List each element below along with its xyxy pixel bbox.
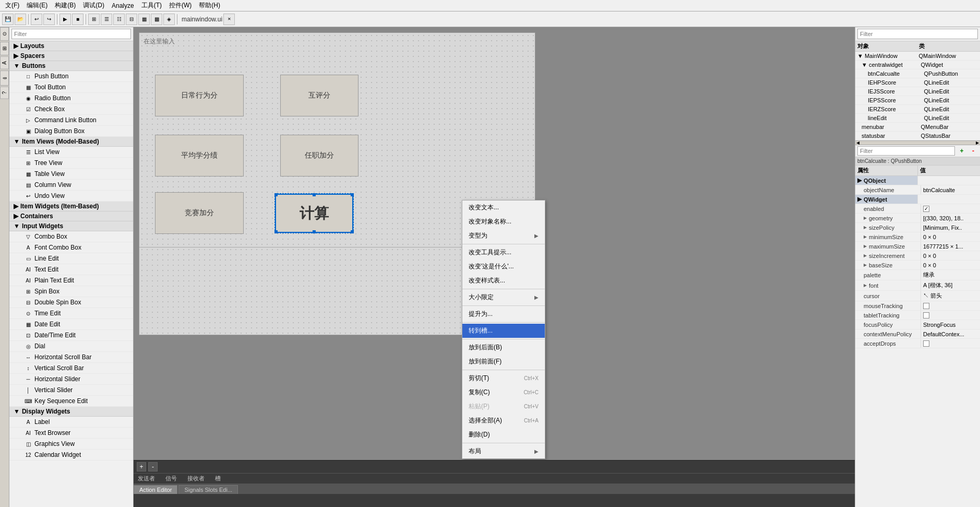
- right-filter-input[interactable]: [857, 29, 978, 39]
- prop-filter-input[interactable]: [857, 146, 955, 156]
- inspector-row-btn[interactable]: btnCalcualte QPushButton: [855, 69, 980, 78]
- prop-filter-minus[interactable]: -: [969, 146, 978, 156]
- prop-enabled-value[interactable]: ✓: [921, 204, 980, 213]
- menu-item-widgets[interactable]: 控件(W): [166, 0, 195, 11]
- widget-date-edit[interactable]: ▦ Date Edit: [9, 319, 133, 330]
- ctx-change-text[interactable]: 改变文本...: [462, 201, 545, 215]
- side-tab-2[interactable]: ⊞: [0, 42, 9, 55]
- widget-column-view[interactable]: ▤ Column View: [9, 180, 133, 191]
- group-buttons[interactable]: ▼ Buttons: [9, 61, 133, 71]
- prop-enabled[interactable]: enabled ✓: [855, 204, 980, 214]
- scroll-right[interactable]: ▶: [976, 140, 979, 145]
- toolbar-layout2-btn[interactable]: ☰: [101, 14, 112, 25]
- widget-dialog-button-box[interactable]: ▣ Dialog Button Box: [9, 126, 133, 137]
- ctx-whatsthis[interactable]: 改变'这是什么'...: [462, 260, 545, 274]
- widget-combo-box[interactable]: ▽ Combo Box: [9, 231, 133, 242]
- widget-time-edit[interactable]: ⊙ Time Edit: [9, 308, 133, 319]
- widget-push-button[interactable]: □ Push Button: [9, 71, 133, 82]
- prop-focuspolicy[interactable]: focusPolicy StrongFocus: [855, 320, 980, 329]
- mousetrack-checkbox[interactable]: [923, 303, 929, 309]
- widget-label[interactable]: A Label: [9, 417, 133, 428]
- group-spacers[interactable]: ▶ Spacers: [9, 51, 133, 61]
- prop-tablettrack-value[interactable]: [921, 311, 980, 320]
- toolbar-stop-btn[interactable]: ■: [72, 14, 83, 25]
- ctx-paste[interactable]: 粘贴(P) Ctrl+V: [462, 399, 545, 414]
- canvas-widget-w6[interactable]: 计算: [275, 194, 353, 233]
- menu-item-build[interactable]: 构建(B): [52, 0, 79, 11]
- widget-tree-view[interactable]: ⊞ Tree View: [9, 158, 133, 169]
- widget-list-view[interactable]: ☰ List View: [9, 147, 133, 158]
- toolbar-open-btn[interactable]: 📂: [15, 14, 26, 25]
- widget-undo-view[interactable]: ↩ Undo View: [9, 191, 133, 202]
- group-display-widgets[interactable]: ▼ Display Widgets: [9, 407, 133, 417]
- prop-sizepolicy[interactable]: ▶ sizePolicy [Minimum, Fix..: [855, 223, 980, 232]
- widget-datetime-edit[interactable]: ⊡ Date/Time Edit: [9, 330, 133, 341]
- ctx-size-limit[interactable]: 大小限定 ▶: [462, 290, 545, 304]
- group-containers[interactable]: ▶ Containers: [9, 211, 133, 221]
- toolbar-run-btn[interactable]: ▶: [59, 14, 71, 25]
- add-signal-btn[interactable]: +: [137, 462, 146, 471]
- widget-key-sequence[interactable]: ⌨ Key Sequence Edit: [9, 396, 133, 407]
- widget-horizontal-scroll[interactable]: ↔ Horizontal Scroll Bar: [9, 352, 133, 363]
- group-layouts[interactable]: ▶ Layouts: [9, 41, 133, 51]
- inspector-row-mainwindow[interactable]: ▼ MainWindow QMainWindow: [855, 52, 980, 61]
- canvas-widget-w5[interactable]: 竞赛加分: [155, 192, 244, 234]
- prop-tablettrack[interactable]: tabletTracking: [855, 311, 980, 320]
- prop-basesize[interactable]: ▶ baseSize 0 × 0: [855, 261, 980, 270]
- widget-calendar[interactable]: 12 Calendar Widget: [9, 450, 133, 461]
- tab-signals-slots[interactable]: Signals Slots Edi...: [178, 485, 238, 494]
- handle-bl[interactable]: [274, 230, 278, 233]
- prop-mousetrack-value[interactable]: [921, 301, 980, 310]
- canvas-widget-w2[interactable]: 互评分: [280, 75, 358, 116]
- inspector-row-ieps[interactable]: IEPSScore QLineEdit: [855, 96, 980, 105]
- widget-table-view[interactable]: ▦ Table View: [9, 169, 133, 180]
- widget-text-edit[interactable]: AI Text Edit: [9, 264, 133, 275]
- toolbar-redo-btn[interactable]: ↪: [43, 14, 55, 25]
- widget-vertical-scroll[interactable]: ↕ Vertical Scroll Bar: [9, 363, 133, 374]
- remove-signal-btn[interactable]: -: [148, 462, 158, 471]
- handle-br[interactable]: [351, 230, 354, 233]
- prop-filter-plus[interactable]: +: [957, 146, 966, 156]
- file-tab[interactable]: mainwindow.ui: [182, 16, 222, 23]
- group-input-widgets[interactable]: ▼ Input Widgets: [9, 221, 133, 231]
- widget-text-browser[interactable]: AI Text Browser: [9, 428, 133, 439]
- inspector-row-statusbar[interactable]: statusbar QStatusBar: [855, 132, 980, 140]
- handle-tr[interactable]: [351, 193, 354, 196]
- side-tab-1[interactable]: ⊙: [0, 27, 9, 41]
- handle-tl[interactable]: [274, 193, 278, 196]
- side-tab-5[interactable]: ?: [0, 87, 9, 99]
- inspector-row-menubar[interactable]: menubar QMenuBar: [855, 123, 980, 132]
- widget-graphics-view[interactable]: ◫ Graphics View: [9, 439, 133, 450]
- canvas-container[interactable]: 在这里输入 日常行为分 互评分 平均学分绩 任职加分 竞赛加分: [134, 27, 855, 460]
- tab-action-editor[interactable]: Action Editor: [134, 485, 177, 494]
- prop-maxsize[interactable]: ▶ maximumSize 16777215 × 1...: [855, 242, 980, 251]
- toolbar-layout3-btn[interactable]: ☷: [113, 14, 125, 25]
- prop-geometry[interactable]: ▶ geometry [(330, 320), 18..: [855, 214, 980, 223]
- prop-objectname-value[interactable]: btnCalcualte: [921, 185, 980, 194]
- design-canvas[interactable]: 在这里输入 日常行为分 互评分 平均学分绩 任职加分 竞赛加分: [139, 32, 535, 335]
- toolbar-layout1-btn[interactable]: ⊞: [88, 14, 100, 25]
- menu-item-edit[interactable]: 编辑(E): [23, 0, 51, 11]
- ctx-promote[interactable]: 提升为...: [462, 307, 545, 321]
- ctx-delete[interactable]: 删除(D): [462, 428, 545, 442]
- widget-filter-input[interactable]: [11, 29, 131, 39]
- toolbar-undo-btn[interactable]: ↩: [31, 14, 42, 25]
- inspector-row-iehp[interactable]: IEHPScore QLineEdit: [855, 78, 980, 87]
- side-tab-3[interactable]: A: [0, 56, 9, 69]
- ctx-change-name[interactable]: 改变对象名称...: [462, 215, 545, 229]
- prop-mousetrack[interactable]: mouseTracking: [855, 301, 980, 311]
- scroll-left[interactable]: ◀: [856, 140, 859, 145]
- widget-vertical-slider[interactable]: │ Vertical Slider: [9, 385, 133, 396]
- side-tab-4[interactable]: ✏: [0, 70, 9, 86]
- tablettrack-checkbox[interactable]: [923, 312, 929, 319]
- widget-check-box[interactable]: ☑ Check Box: [9, 104, 133, 115]
- menu-item-file[interactable]: 文(F): [2, 0, 22, 11]
- widget-plain-text-edit[interactable]: AI Plain Text Edit: [9, 275, 133, 286]
- widget-double-spin-box[interactable]: ⊟ Double Spin Box: [9, 297, 133, 308]
- prop-acceptdrops[interactable]: acceptDrops: [855, 339, 980, 348]
- handle-bm[interactable]: [313, 230, 316, 233]
- widget-font-combo-box[interactable]: A Font Combo Box: [9, 242, 133, 253]
- widget-horizontal-slider[interactable]: ─ Horizontal Slider: [9, 374, 133, 385]
- widget-spin-box[interactable]: ⊞ Spin Box: [9, 286, 133, 297]
- panel-splitter[interactable]: ◀ ▶: [855, 141, 980, 145]
